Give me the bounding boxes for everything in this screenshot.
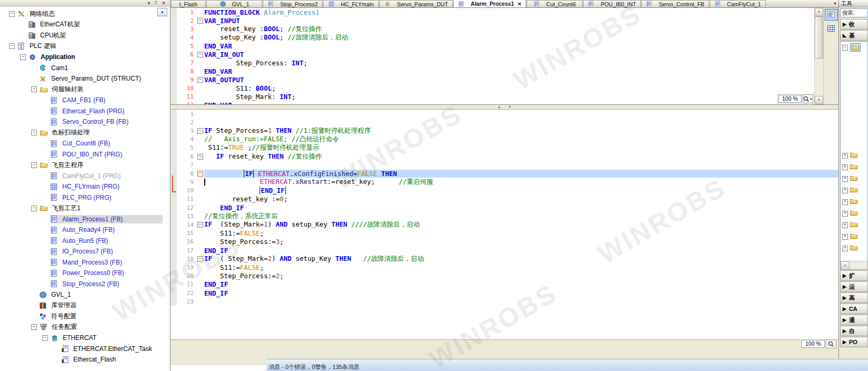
tree-expander-icon[interactable]: − [842,45,848,51]
code-line[interactable]: 1FUNCTION_BLOCK Alarm_Process1 [170,8,814,16]
toolbox-item-selected[interactable]: − [841,42,867,53]
breakpoint-margin[interactable] [170,255,177,263]
tree-item-body[interactable]: Mand_Process3 (FB) [51,258,163,267]
declaration-code[interactable]: 1FUNCTION_BLOCK Alarm_Process12−VAR_INPU… [170,8,814,104]
tree-item-body[interactable]: ETHERCAT [51,334,163,342]
tree-item[interactable]: −飞剪工艺1 [0,203,170,214]
code-line[interactable]: 17END_IF [170,246,838,255]
tree-item-body[interactable]: 网络组态 [18,9,163,19]
tree-item[interactable]: −网络组态 [0,8,170,19]
tree-item[interactable]: Mand_Process3 (FB) [0,257,170,268]
tree-item-body[interactable]: PLC_PRG (PRG) [51,193,163,202]
tree-item-body[interactable]: 飞剪工艺1 [40,203,163,213]
tab-close-icon[interactable]: ✕ [517,1,521,7]
tree-item-body[interactable]: PLC 逻辑 [18,41,163,51]
code-line[interactable]: 2−VAR_INPUT [170,16,814,25]
toolbox-section-collapsed[interactable]: ▶PO [840,337,868,347]
panel-dropdown-icon[interactable]: ▾ [148,1,150,6]
code-text[interactable]: reset_key :BOOL; //复位操作 [204,25,814,34]
tree-expander-icon[interactable]: + [842,211,848,217]
tree-expander-icon[interactable]: + [842,199,848,205]
code-line[interactable]: 5 S11:=TRUE ;//报警时停机处理显示 [170,144,838,152]
breakpoint-margin[interactable] [170,126,177,135]
tree-item[interactable]: Power_Process0 (FB) [0,268,170,279]
tree-item[interactable]: ETHERCAT.EtherCAT_Task [0,344,170,355]
fold-collapse-icon[interactable]: − [197,77,203,83]
editor-tab-HC_FLYmain[interactable]: HC_FLYmain [323,0,379,7]
code-line[interactable]: 16 Step_Porcess:=3; [170,238,838,246]
code-text[interactable]: S11:=FALSE; [204,263,838,271]
table-view-button[interactable] [825,23,838,34]
breakpoint-margin[interactable] [170,238,177,246]
code-line[interactable]: 20 Step_Porcess:=2; [170,272,838,280]
code-line[interactable]: 6− IF reset_key THEN //复位操作 [170,152,838,161]
breakpoint-margin[interactable] [170,152,177,161]
tree-item[interactable]: −PLC 逻辑 [0,41,170,52]
code-line[interactable]: 2 [170,118,838,126]
tree-expander-icon[interactable]: − [31,162,37,168]
breakpoint-margin[interactable] [170,118,177,126]
tree-item[interactable]: Ethercat_Flash [0,354,170,365]
tree-expander-icon[interactable]: + [842,234,848,240]
code-text[interactable]: S11: BOOL; [204,84,814,92]
pane-splitter[interactable]: ▲ ▼ [170,105,838,110]
toolbox-item[interactable]: + [841,242,867,254]
tree-item[interactable]: −色标扫描处理 [0,128,170,139]
code-line[interactable]: 3−IF Step_Porcess=1 THEN //1:报警时停机处理程序 [170,126,838,135]
breakpoint-margin[interactable] [170,195,177,203]
code-text[interactable]: Step_Porcess:=2; [204,272,838,280]
code-text[interactable]: IF ( Step_Mark=2) AND setup_Key THEN //故… [204,255,838,263]
tree-item[interactable]: PLC_PRG (PRG) [0,192,170,203]
tree-item[interactable]: −ETHERCAT [0,333,170,344]
code-line[interactable]: 9 ETHERCAT.xRestart:=reset_key; //重启伺服 [170,178,838,187]
tree-expander-icon[interactable]: − [20,54,26,60]
code-text[interactable]: END_IF [204,280,838,288]
tree-expander-icon[interactable]: − [31,324,37,330]
code-text[interactable]: FUNCTION_BLOCK Alarm_Process1 [204,8,814,16]
tree-expander-icon[interactable]: + [842,176,848,182]
breakpoint-margin[interactable] [170,33,177,42]
zoom-magnifier-icon[interactable]: ▼ [803,94,813,103]
tree-item[interactable]: Auto_Run5 (FB) [0,236,170,247]
breakpoint-margin[interactable] [170,289,177,297]
code-line[interactable]: 11 reset_key :=0; [170,195,838,203]
tree-expander-icon[interactable]: + [842,153,848,159]
breakpoint-margin[interactable] [170,50,177,58]
scroll-down-icon[interactable]: ∨ [815,96,823,104]
fold-collapse-icon[interactable]: − [197,154,203,160]
tree-expander-icon[interactable]: − [31,130,37,135]
breakpoint-margin[interactable] [170,135,177,144]
tree-item-body[interactable]: 符号配置 [40,311,163,321]
tree-item[interactable]: Alarm_Process1 (FB) [0,214,170,225]
tree-item[interactable]: −伺服轴封装 [0,84,170,95]
code-line[interactable]: 9−VAR_OUTPUT [170,75,814,84]
tree-item-body[interactable]: Auto_Run5 (FB) [51,237,163,245]
tree-item-body[interactable]: 飞剪主程序 [40,160,163,170]
toolbox-section-collapsed[interactable]: ▶收 [840,19,868,30]
tree-item-body[interactable]: Power_Process0 (FB) [51,269,163,277]
fold-collapse-icon[interactable]: − [197,171,203,177]
code-text[interactable]: VAR_OUTPUT [204,76,814,84]
fold-collapse-icon[interactable]: − [197,128,203,134]
tree-item-body[interactable]: 库管理器 [40,300,163,310]
tree-expander-icon[interactable]: − [9,11,15,17]
editor-tab-Alarm_Process1[interactable]: Alarm_Process1✕ [453,0,526,7]
editor-tab-Stop_Process2[interactable]: Stop_Process2 [263,0,322,7]
tree-item[interactable]: 符号配置 [0,311,170,322]
code-text[interactable]: END_IF [204,247,838,255]
panel-pin-icon[interactable]: ⊤ [154,1,158,6]
code-line[interactable]: 6−VAR_IN_OUT [170,50,814,58]
tree-item[interactable]: Cut_Count6 (FB) [0,138,170,149]
tree-item-body[interactable]: 任务配置 [40,322,163,332]
tree-item-body[interactable]: EtherCAT机架 [28,19,163,30]
code-line[interactable]: 10 END_IF [170,187,838,195]
code-line[interactable]: 13//复位操作，系统正常后 [170,212,838,220]
code-text[interactable]: IF ETHERCAT.xConfigFinished=FALSE THEN [204,170,838,178]
editor-tab-POU_IB0_INT[interactable]: POU_IB0_INT [583,0,641,7]
tree-item-body[interactable]: Alarm_Process1 (FB) [51,215,163,223]
tree-item[interactable]: IO_Process7 (FB) [0,246,170,257]
tree-item-body[interactable]: ETHERCAT.EtherCAT_Task [62,345,163,353]
toolbox-section-collapsed[interactable]: ▶自 [840,326,868,336]
code-line[interactable]: 18−IF ( Step_Mark=2) AND setup_Key THEN … [170,255,838,263]
tree-item-body[interactable]: Stop_Process2 (FB) [51,280,163,288]
